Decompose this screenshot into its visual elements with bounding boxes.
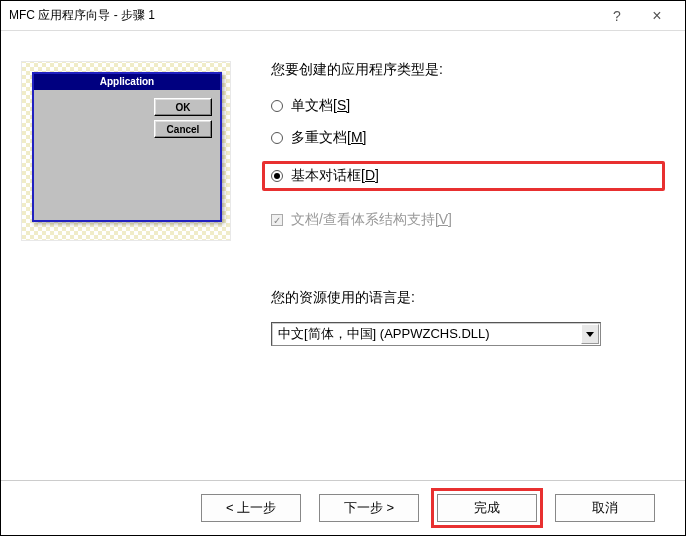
preview-cancel-button: Cancel <box>154 120 212 138</box>
back-button[interactable]: < 上一步 <box>201 494 301 522</box>
window-title: MFC 应用程序向导 - 步骤 1 <box>9 7 597 24</box>
radio-dialog-based[interactable]: 基本对话框[D] <box>262 161 665 191</box>
titlebar: MFC 应用程序向导 - 步骤 1 ? × <box>1 1 685 31</box>
language-prompt: 您的资源使用的语言是: <box>271 289 665 307</box>
checkbox-label: 文档/查看体系结构支持[V] <box>291 211 452 229</box>
radio-icon <box>271 100 283 112</box>
finish-button[interactable]: 完成 <box>437 494 537 522</box>
preview-app-body: OK Cancel <box>34 90 220 146</box>
dropdown-selected: 中文[简体，中国] (APPWZCHS.DLL) <box>272 325 580 343</box>
language-dropdown[interactable]: 中文[简体，中国] (APPWZCHS.DLL) <box>271 322 601 346</box>
preview-app-title: Application <box>34 74 220 90</box>
options-panel: 您要创建的应用程序类型是: 单文档[S] 多重文档[M] 基本对话框[D] ✓ … <box>271 51 665 460</box>
radio-icon <box>271 132 283 144</box>
app-type-radio-group: 单文档[S] 多重文档[M] 基本对话框[D] <box>271 97 665 191</box>
help-button[interactable]: ? <box>597 2 637 30</box>
radio-single-document[interactable]: 单文档[S] <box>271 97 665 115</box>
close-button[interactable]: × <box>637 2 677 30</box>
preview-ok-button: OK <box>154 98 212 116</box>
language-section: 您的资源使用的语言是: 中文[简体，中国] (APPWZCHS.DLL) <box>271 289 665 346</box>
radio-label: 多重文档[M] <box>291 129 366 147</box>
next-button[interactable]: 下一步 > <box>319 494 419 522</box>
content-area: Application OK Cancel 您要创建的应用程序类型是: 单文档[… <box>1 31 685 480</box>
preview-panel: Application OK Cancel <box>21 51 241 460</box>
checkbox-icon: ✓ <box>271 214 283 226</box>
radio-label: 单文档[S] <box>291 97 350 115</box>
chevron-down-icon <box>581 324 599 344</box>
button-bar: < 上一步 下一步 > 完成 取消 <box>1 480 685 535</box>
checkbox-docview-support: ✓ 文档/查看体系结构支持[V] <box>271 211 665 229</box>
radio-label: 基本对话框[D] <box>291 167 379 185</box>
cancel-button[interactable]: 取消 <box>555 494 655 522</box>
radio-icon <box>271 170 283 182</box>
wizard-window: MFC 应用程序向导 - 步骤 1 ? × Application OK Can… <box>0 0 686 536</box>
radio-multi-document[interactable]: 多重文档[M] <box>271 129 665 147</box>
app-type-prompt: 您要创建的应用程序类型是: <box>271 61 665 79</box>
preview-app-window: Application OK Cancel <box>32 72 222 222</box>
preview-frame: Application OK Cancel <box>21 61 231 241</box>
